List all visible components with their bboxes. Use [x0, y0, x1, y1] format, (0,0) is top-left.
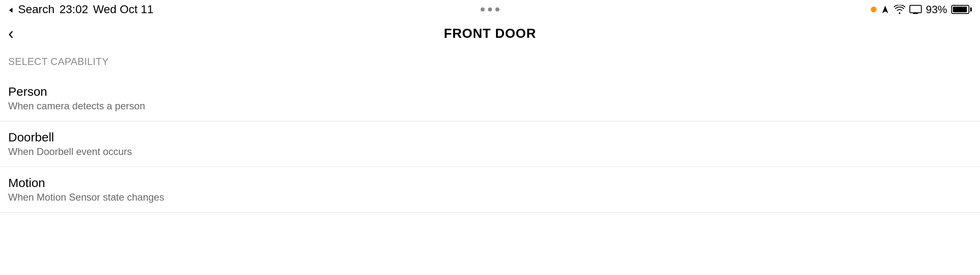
location-icon	[881, 5, 890, 14]
svg-rect-1	[914, 13, 918, 14]
dot-1	[481, 7, 485, 12]
dot-3	[495, 7, 499, 12]
nav-bar: ‹ FRONT DOOR	[0, 19, 980, 48]
capability-subtitle: When camera detects a person	[8, 100, 972, 112]
battery-percent: 93%	[926, 3, 947, 16]
capability-title: Motion	[8, 176, 972, 190]
status-date: Wed Oct 11	[93, 3, 153, 16]
dot-2	[488, 7, 492, 12]
wifi-icon	[894, 5, 905, 14]
capability-list: PersonWhen camera detects a personDoorbe…	[0, 72, 980, 217]
capability-subtitle: When Doorbell event occurs	[8, 146, 972, 157]
svg-rect-0	[910, 5, 921, 13]
status-bar: ◀ Search 23:02 Wed Oct 11 93%	[0, 0, 980, 19]
status-time: 23:02	[60, 3, 88, 16]
back-button[interactable]: ‹	[8, 25, 14, 42]
display-icon	[909, 5, 922, 14]
section-header: SELECT CAPABILITY	[0, 48, 980, 72]
capability-title: Person	[8, 85, 972, 99]
status-bar-left: ◀ Search 23:02 Wed Oct 11	[8, 3, 153, 16]
list-item[interactable]: DoorbellWhen Doorbell event occurs	[0, 121, 980, 167]
status-bar-right: 93%	[871, 3, 972, 16]
status-bar-center-dots	[481, 7, 499, 12]
list-item[interactable]: MotionWhen Motion Sensor state changes	[0, 167, 980, 213]
status-search-label[interactable]: Search	[18, 3, 55, 16]
orange-indicator-icon	[871, 7, 877, 12]
page-title: FRONT DOOR	[444, 26, 536, 41]
battery-icon	[951, 5, 972, 14]
capability-subtitle: When Motion Sensor state changes	[8, 192, 972, 203]
capability-title: Doorbell	[8, 130, 972, 144]
list-item[interactable]: PersonWhen camera detects a person	[0, 76, 980, 121]
svg-rect-2	[913, 14, 918, 14]
status-back-arrow: ◀	[9, 6, 12, 14]
